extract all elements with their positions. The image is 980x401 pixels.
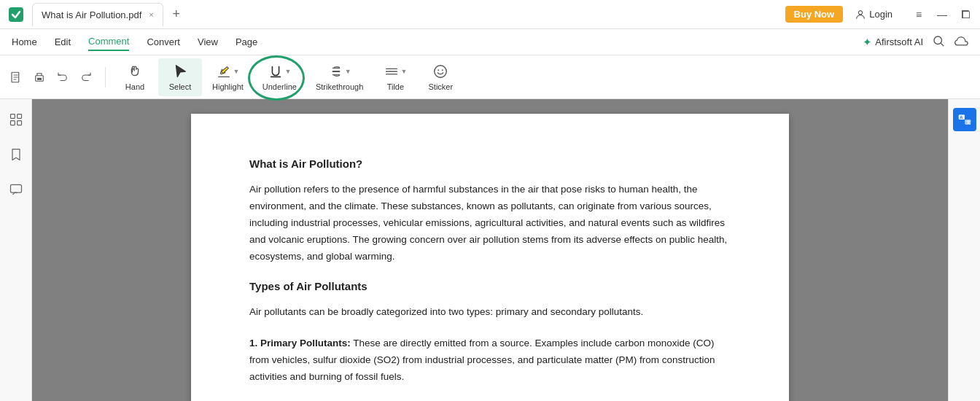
main-area: What is Air Pollution? Air pollution ref… — [0, 99, 980, 401]
highlight-arrow: ▼ — [233, 68, 239, 75]
menu-edit[interactable]: Edit — [55, 34, 71, 50]
toolbar-file-tools — [6, 67, 106, 87]
pdf-title: What is Air Pollution? — [249, 157, 731, 170]
pdf-page: What is Air Pollution? Air pollution ref… — [191, 114, 789, 401]
select-tool-icon — [172, 63, 188, 79]
hand-tool-btn[interactable]: Hand — [113, 58, 157, 96]
svg-point-10 — [442, 69, 443, 71]
hand-tool-label: Hand — [125, 82, 144, 91]
svg-text:文: 文 — [965, 120, 970, 125]
menu-view[interactable]: View — [198, 34, 218, 50]
tilde-tool-label: Tilde — [387, 82, 404, 91]
highlight-tool-btn[interactable]: ▼ Highlight — [203, 58, 252, 96]
menu-right: ✦ Afirstsoft AI — [863, 34, 968, 51]
login-button[interactable]: Login — [849, 6, 898, 23]
svg-line-3 — [941, 43, 943, 45]
highlight-icon-area: ▼ — [216, 63, 239, 79]
pdf-para-3: 1. Primary Pollutants: These are directl… — [249, 335, 731, 386]
title-bar-right: Buy Now Login ≡ — ⧠ — [785, 6, 974, 23]
svg-rect-6 — [37, 77, 42, 79]
svg-rect-12 — [17, 114, 21, 119]
strikethrough-tool-label: Strikethrough — [316, 82, 363, 91]
toolbar: Hand Select ▼ Highlight ▼ Under — [0, 55, 980, 99]
svg-rect-14 — [17, 121, 21, 125]
cloud-icon — [954, 34, 968, 48]
search-button[interactable] — [932, 34, 945, 50]
menu-bar: Home Edit Comment Convert View Page ✦ Af… — [0, 29, 980, 55]
tab-area: What is Air Pollution.pdf × + — [32, 3, 779, 26]
print-icon[interactable] — [29, 67, 50, 87]
strikethrough-arrow: ▼ — [345, 68, 351, 75]
tab-title: What is Air Pollution.pdf — [42, 9, 141, 20]
translate-button[interactable]: A 文 — [953, 108, 976, 131]
title-bar: What is Air Pollution.pdf × + Buy Now Lo… — [0, 0, 980, 29]
cloud-button[interactable] — [954, 34, 968, 51]
underline-icon-area: ▼ — [268, 63, 291, 79]
tilde-tool-btn[interactable]: ▼ Tilde — [373, 58, 417, 96]
new-tab-btn[interactable]: + — [166, 4, 187, 25]
underline-tool-btn[interactable]: ▼ Underline — [254, 58, 306, 96]
tilde-icon-area: ▼ — [384, 63, 407, 79]
svg-point-9 — [438, 69, 440, 71]
svg-rect-0 — [9, 7, 23, 22]
right-sidebar: A 文 — [948, 99, 980, 401]
svg-rect-11 — [10, 114, 15, 119]
strikethrough-tool-icon — [328, 63, 344, 79]
login-label: Login — [869, 9, 892, 20]
select-tool-btn[interactable]: Select — [158, 58, 202, 96]
file-icon[interactable] — [6, 67, 26, 87]
menu-convert[interactable]: Convert — [147, 34, 180, 50]
svg-rect-15 — [10, 184, 21, 192]
underline-tool-label: Underline — [262, 82, 297, 91]
buy-now-button[interactable]: Buy Now — [785, 6, 844, 23]
window-controls: ≡ — ⧠ — [910, 6, 974, 23]
pdf-viewer: What is Air Pollution? Air pollution ref… — [32, 99, 948, 401]
underline-tool-icon — [268, 63, 284, 79]
tab-close-btn[interactable]: × — [149, 10, 153, 19]
svg-rect-13 — [10, 121, 15, 125]
search-icon — [932, 34, 945, 47]
sidebar-comment-icon[interactable] — [4, 178, 28, 201]
user-icon — [855, 9, 866, 20]
ai-button[interactable]: ✦ Afirstsoft AI — [863, 36, 923, 49]
active-tab[interactable]: What is Air Pollution.pdf × — [32, 3, 163, 26]
maximize-ctrl[interactable]: ⧠ — [957, 6, 974, 23]
pdf-para-3-label: 1. Primary Pollutants: — [249, 338, 351, 349]
select-tool-label: Select — [169, 82, 192, 91]
strikethrough-icon-area: ▼ — [328, 63, 351, 79]
pdf-section-1: Types of Air Pollutants — [249, 280, 731, 292]
pdf-para-2: Air pollutants can be broadly categorize… — [249, 304, 731, 321]
left-sidebar — [0, 99, 32, 401]
tilde-arrow: ▼ — [400, 68, 407, 75]
ai-star-icon: ✦ — [863, 36, 872, 49]
sticker-tool-btn[interactable]: Sticker — [419, 58, 462, 96]
sidebar-bookmark-icon[interactable] — [4, 143, 28, 166]
sidebar-thumbnail-icon[interactable] — [4, 108, 28, 131]
redo-icon[interactable] — [76, 67, 96, 87]
svg-point-8 — [435, 65, 447, 77]
menu-page[interactable]: Page — [236, 34, 257, 50]
sticker-tool-label: Sticker — [429, 82, 454, 91]
tilde-tool-icon — [384, 63, 400, 79]
highlight-tool-icon — [216, 63, 232, 79]
menu-home[interactable]: Home — [12, 34, 37, 50]
pdf-para-1: Air pollution refers to the presence of … — [249, 182, 731, 265]
menu-comment[interactable]: Comment — [88, 33, 129, 51]
translate-icon: A 文 — [957, 112, 972, 127]
underline-arrow: ▼ — [284, 68, 291, 75]
undo-icon[interactable] — [52, 67, 73, 87]
sticker-tool-icon — [432, 63, 448, 79]
app-logo — [6, 4, 26, 25]
strikethrough-tool-btn[interactable]: ▼ Strikethrough — [307, 58, 372, 96]
menu-ctrl[interactable]: ≡ — [910, 6, 928, 23]
svg-point-1 — [859, 10, 863, 14]
minimize-ctrl[interactable]: — — [933, 6, 951, 23]
hand-tool-icon — [127, 63, 143, 79]
ai-label: Afirstsoft AI — [875, 36, 923, 47]
highlight-tool-label: Highlight — [212, 82, 244, 91]
